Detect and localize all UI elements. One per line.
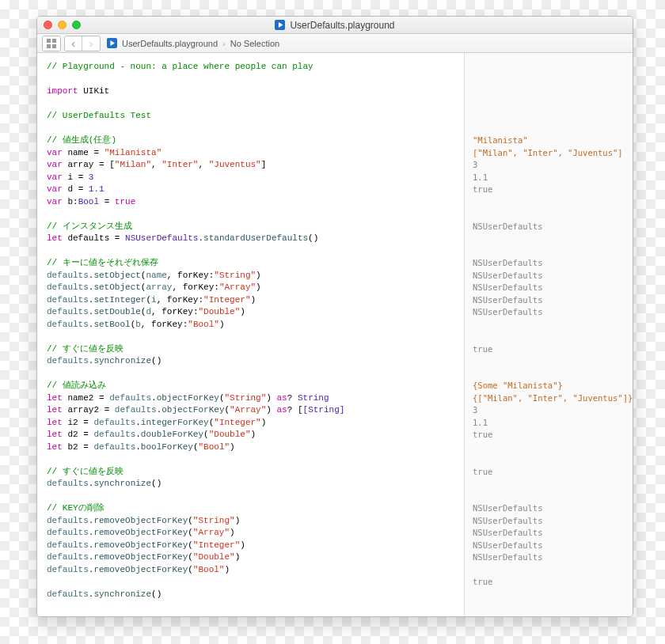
- result-row: NSUserDefaults: [473, 503, 543, 513]
- result-row: 1.1: [473, 172, 488, 182]
- breadcrumb[interactable]: UserDefaults.playground › No Selection: [107, 38, 279, 48]
- result-row: NSUserDefaults: [473, 222, 543, 231]
- grid-view-icon[interactable]: [43, 36, 60, 51]
- xcode-window: UserDefaults.playground ‹ › UserDefaults…: [36, 16, 633, 617]
- result-row: 1.1: [473, 418, 488, 427]
- svg-rect-0: [47, 39, 51, 43]
- playground-icon: [275, 20, 285, 30]
- result-row: NSUserDefaults: [473, 528, 543, 537]
- result-row: NSUserDefaults: [473, 282, 543, 292]
- playground-file-icon: [107, 38, 117, 48]
- result-row: 3: [473, 160, 477, 169]
- back-button[interactable]: ‹: [65, 36, 82, 51]
- forward-button[interactable]: ›: [82, 36, 100, 51]
- title-text: UserDefaults.playground: [290, 20, 394, 31]
- result-row: true: [473, 467, 492, 476]
- titlebar[interactable]: UserDefaults.playground: [37, 17, 633, 34]
- svg-rect-1: [52, 39, 56, 43]
- result-row: 3: [473, 405, 477, 415]
- result-row: true: [473, 577, 492, 586]
- result-row: true: [473, 430, 492, 439]
- results-panel: "Milanista" ["Milan", "Inter", "Juventus…: [465, 53, 633, 616]
- view-mode-segment[interactable]: [42, 36, 61, 51]
- toolbar: ‹ › UserDefaults.playground › No Selecti…: [37, 34, 633, 53]
- code-editor[interactable]: // Playground - noun: a place where peop…: [37, 53, 465, 616]
- nav-segment[interactable]: ‹ ›: [64, 36, 101, 51]
- svg-rect-3: [52, 44, 56, 48]
- content-area: // Playground - noun: a place where peop…: [37, 53, 633, 616]
- breadcrumb-separator-icon: ›: [222, 39, 226, 48]
- result-row: "Milanista": [473, 135, 528, 145]
- result-row: NSUserDefaults: [473, 516, 543, 525]
- breadcrumb-file[interactable]: UserDefaults.playground: [122, 39, 218, 48]
- result-row: {Some "Milanista"}: [473, 381, 563, 390]
- svg-rect-2: [47, 44, 51, 48]
- result-row: NSUserDefaults: [473, 307, 543, 316]
- result-row: NSUserDefaults: [473, 552, 543, 562]
- result-row: true: [473, 184, 492, 194]
- result-row: true: [473, 344, 492, 354]
- window-title: UserDefaults.playground: [37, 20, 633, 31]
- result-row: NSUserDefaults: [473, 540, 543, 550]
- breadcrumb-selection[interactable]: No Selection: [230, 39, 279, 48]
- result-row: NSUserDefaults: [473, 271, 543, 280]
- result-row: {["Milan", "Inter", "Juventus"]}: [473, 393, 633, 403]
- result-row: NSUserDefaults: [473, 258, 543, 267]
- result-row: ["Milan", "Inter", "Juventus"]: [473, 148, 623, 157]
- result-row: NSUserDefaults: [473, 295, 543, 305]
